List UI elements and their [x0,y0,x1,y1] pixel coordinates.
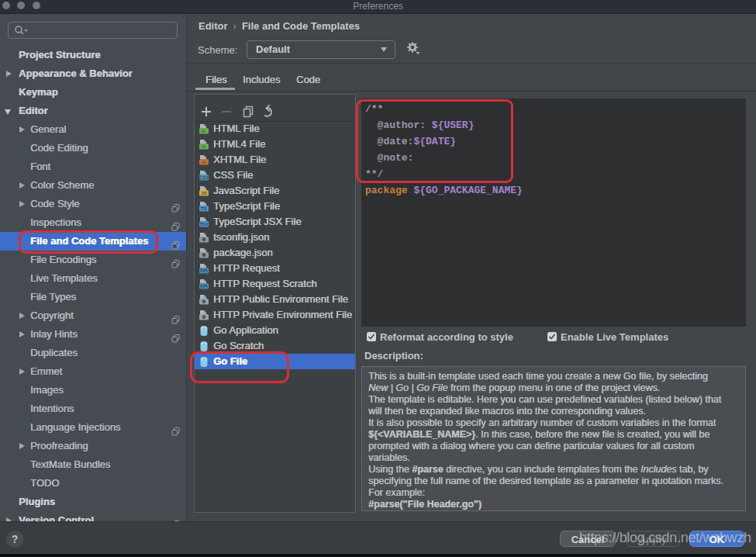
svg-text:H: H [202,160,205,164]
svg-text:TS: TS [201,206,207,211]
svg-text:CSS: CSS [199,175,209,180]
svg-text:TSX: TSX [199,222,209,227]
svg-text:API: API [200,268,208,273]
svg-text:API: API [200,284,208,289]
svg-text:H: H [202,144,205,149]
svg-text:JS: JS [201,191,206,195]
svg-text:H: H [202,129,205,133]
